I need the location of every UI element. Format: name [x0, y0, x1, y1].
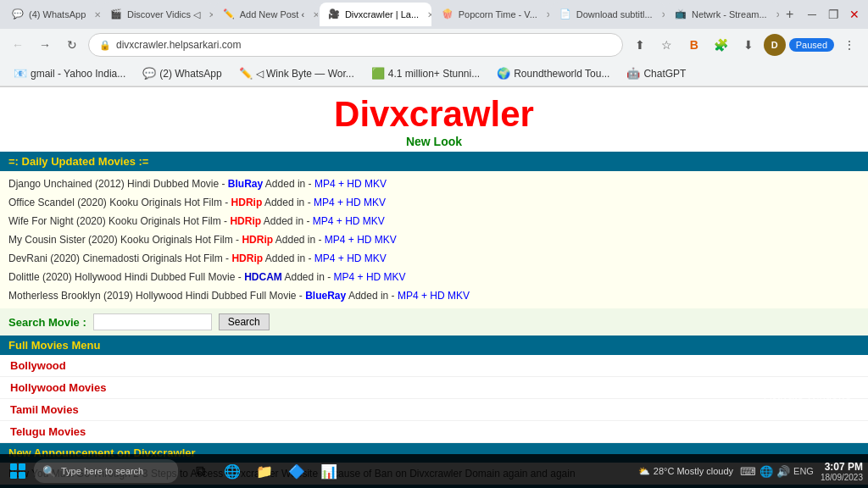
chatgpt-icon: 🤖	[626, 67, 640, 80]
tab-close-divxcrawler[interactable]: ✕	[424, 10, 431, 19]
bookmark-whatsapp[interactable]: 💬 (2) WhatsApp	[136, 65, 228, 81]
tab-label-download: Download subtitl...	[576, 9, 653, 19]
weather-text: 28°C Mostly cloudy	[654, 466, 733, 476]
update-item-2[interactable]: Office Scandel (2020) Kooku Originals Ho…	[8, 193, 860, 212]
tab-label-divxcrawler: Divxcrawler | La...	[345, 9, 419, 19]
tab-close-netwrk[interactable]: ✕	[772, 10, 779, 19]
tab-close-addpost[interactable]: ✕	[309, 10, 318, 19]
bookmark-roundtheworld[interactable]: 🌍 Roundtheworld Tou...	[490, 65, 616, 81]
format-6: MP4 + HD MKV	[334, 271, 406, 283]
tab-netwrk[interactable]: 📺 Netwrk - Stream... ✕	[666, 3, 779, 26]
back-button[interactable]: ←	[7, 34, 29, 56]
tab-close-popcorn[interactable]: ✕	[542, 10, 549, 19]
tab-label-whatsapp: (4) WhatsApp	[29, 9, 86, 19]
bookmark-chatgpt[interactable]: 🤖 ChatGPT	[620, 65, 693, 81]
new-tab-button[interactable]: +	[781, 7, 798, 22]
bookmark-winkbyte[interactable]: ✏️ ◁ Wink Byte — Wor...	[232, 65, 361, 81]
win-logo-br	[19, 472, 25, 479]
quality-3: HDRip	[230, 215, 261, 227]
movie-title-5: DevRani (2020) Cinemadosti Originals Hot…	[8, 252, 223, 264]
volume-icon: 🔊	[776, 465, 790, 478]
tab-close-download[interactable]: ✕	[658, 10, 665, 19]
star-icon[interactable]: ☆	[655, 33, 679, 57]
extensions-icon[interactable]: 🧩	[709, 33, 733, 57]
address-bar[interactable]: 🔒 divxcrawler.helpsarkari.com	[88, 33, 623, 57]
tab-favicon-download: 📄	[559, 8, 571, 20]
time-display: 3:07 PM	[821, 461, 863, 473]
minimize-button[interactable]: ─	[802, 3, 821, 25]
tab-label-popcorn: Popcorn Time - V...	[459, 9, 537, 19]
nav-icons: ⬆ ☆ B 🧩 ⬇ D Paused ⋮	[628, 33, 861, 57]
update-item-7[interactable]: Motherless Brooklyn (2019) Hollywood Hin…	[8, 286, 860, 305]
windows-logo	[10, 463, 25, 479]
taskbar-edge[interactable]: 🔷	[281, 456, 312, 486]
tab-label-vidics: Discover Vidics ◁	[127, 9, 200, 20]
activate-windows-title: Activate Windows	[704, 389, 851, 402]
start-button[interactable]	[5, 458, 31, 484]
movie-title-4: My Cousin Sister (2020) Kooku Originals …	[8, 234, 233, 246]
tab-label-addpost: Add New Post ‹	[240, 9, 304, 19]
close-button[interactable]: ✕	[845, 3, 865, 25]
movie-title-1: Django Unchained (2012) Hindi Dubbed Mov…	[8, 178, 219, 190]
search-input[interactable]	[93, 313, 212, 330]
taskbar-chrome[interactable]: 🌐	[217, 456, 248, 486]
taskbar-task-view[interactable]: ⧉	[185, 456, 215, 486]
search-button[interactable]: Search	[219, 313, 270, 330]
taskbar-search[interactable]: 🔍 Type here to search	[34, 459, 178, 483]
updates-header: =: Daily Updated Movies :=	[0, 152, 868, 171]
tab-addpost[interactable]: ✏️ Add New Post ‹ ✕	[214, 3, 318, 26]
share-icon[interactable]: ⬆	[628, 33, 652, 57]
tab-vidics[interactable]: 🎬 Discover Vidics ◁ ✕	[102, 3, 213, 26]
paused-badge: Paused	[789, 38, 834, 52]
win-logo-tl	[10, 463, 17, 470]
bookmark-4million[interactable]: 🟩 4.1 million+ Stunni...	[364, 65, 487, 81]
site-subtitle: New Look	[0, 135, 868, 148]
bookmark-label-winkbyte: ◁ Wink Byte — Wor...	[256, 68, 354, 80]
bookmark-gmail[interactable]: 📧 gmail - Yahoo India...	[7, 65, 132, 81]
menu-icon[interactable]: ⋮	[837, 33, 861, 57]
update-item-5[interactable]: DevRani (2020) Cinemadosti Originals Hot…	[8, 249, 860, 268]
tab-popcorn[interactable]: 🍿 Popcorn Time - V... ✕	[433, 3, 549, 26]
quality-1: BluRay	[228, 178, 263, 190]
lang-label: ENG	[793, 466, 814, 476]
tab-whatsapp[interactable]: 💬 (4) WhatsApp ✕	[3, 3, 100, 26]
movies-menu-header: Full Movies Menu	[0, 336, 868, 355]
tab-close-vidics[interactable]: ✕	[205, 10, 213, 19]
update-item-3[interactable]: Wife For Night (2020) Kooku Originals Ho…	[8, 212, 860, 230]
reload-button[interactable]: ↻	[61, 34, 83, 56]
format-1: MP4 + HD MKV	[314, 178, 387, 190]
tab-close-whatsapp[interactable]: ✕	[91, 10, 100, 19]
bookmark-label-whatsapp: (2) WhatsApp	[159, 68, 221, 80]
taskbar-explorer[interactable]: 📁	[249, 456, 280, 486]
brave-icon[interactable]: B	[682, 33, 706, 57]
tab-download[interactable]: 📄 Download subtitl... ✕	[551, 3, 665, 26]
bookmark-label-gmail: gmail - Yahoo India...	[31, 68, 125, 80]
quality-6: HDCAM	[244, 271, 282, 283]
activate-windows-subtitle: Go to Settings to activate Windows.	[704, 402, 851, 412]
format-3: MP4 + HD MKV	[313, 215, 385, 227]
movie-title-2: Office Scandel (2020) Kooku Originals Ho…	[8, 197, 222, 208]
update-item-6[interactable]: Dolittle (2020) Hollywood Hindi Dubbed F…	[8, 268, 860, 286]
restore-button[interactable]: ❐	[824, 3, 843, 25]
menu-item-bollywood[interactable]: Bollywood	[0, 355, 868, 377]
taskbar: 🔍 Type here to search ⧉ 🌐 📁 🔷 📊 ⛅ 28°C M…	[0, 454, 868, 488]
menu-item-telugu[interactable]: Telugu Movies	[0, 421, 868, 443]
download-icon[interactable]: ⬇	[737, 33, 760, 57]
clock[interactable]: 3:07 PM 18/09/2023	[821, 461, 863, 482]
bookmark-label-chatgpt: ChatGPT	[643, 68, 686, 80]
activate-windows-watermark: Activate Windows Go to Settings to activ…	[704, 389, 851, 412]
system-icons: ⌨ 🌐 🔊 ENG	[740, 465, 814, 478]
bookmark-label-4million: 4.1 million+ Stunni...	[388, 68, 480, 80]
quality-4: HDRip	[242, 234, 273, 246]
roundtheworld-icon: 🌍	[497, 67, 510, 80]
network-icon: 🌐	[760, 465, 773, 478]
forward-button[interactable]: →	[34, 34, 56, 56]
profile-avatar[interactable]: D	[764, 34, 786, 56]
update-item-1[interactable]: Django Unchained (2012) Hindi Dubbed Mov…	[8, 175, 860, 193]
win-logo-bl	[10, 472, 17, 479]
taskbar-excel[interactable]: 📊	[314, 456, 344, 486]
tab-divxcrawler[interactable]: 🎥 Divxcrawler | La... ✕	[320, 3, 431, 26]
taskbar-search-placeholder: Type here to search	[61, 466, 143, 476]
update-item-4[interactable]: My Cousin Sister (2020) Kooku Originals …	[8, 230, 860, 249]
search-label: Search Movie :	[8, 316, 86, 329]
